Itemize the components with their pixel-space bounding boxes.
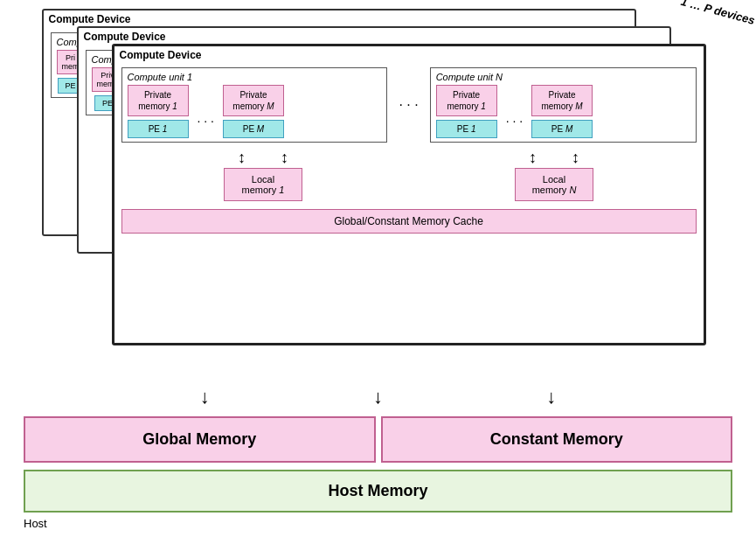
- main-container: 1 … P devices Compute Device Compute uni…: [0, 0, 756, 551]
- host-label: Host: [24, 517, 732, 530]
- dots-pe-n: · · ·: [503, 114, 526, 128]
- arrow-down-1: ↓: [200, 386, 210, 408]
- bottom-memory-row: Global Memory Constant Memory: [24, 416, 732, 463]
- dots-pe-1: · · ·: [194, 114, 218, 128]
- pe-1-m: PE M: [223, 120, 284, 138]
- host-memory-box: Host Memory: [24, 470, 732, 513]
- device-label-front: Compute Device: [114, 46, 704, 64]
- pe-priv-front-1: Privatememory 1 PE 1 · · · Privatememory…: [128, 85, 382, 138]
- local-mem-n: Localmemory N: [515, 168, 593, 201]
- pe-col-n-1: Privatememory 1 PE 1: [436, 85, 497, 138]
- arrow-up-1-1: ↕: [238, 150, 246, 165]
- arrow-up-n-m: ↕: [572, 150, 579, 165]
- private-mem-n-1: Privatememory 1: [436, 85, 497, 116]
- cu-front-1-label: Compute unit 1: [128, 72, 382, 82]
- cun-arrows-up: ↕ ↕: [529, 150, 579, 165]
- private-mem-n-m: Privatememory M: [531, 85, 593, 116]
- cu-front-n-label: Compute unit N: [436, 72, 690, 82]
- arrow-down-3: ↓: [546, 386, 556, 408]
- cu1-arrows-up: ↕ ↕: [238, 150, 288, 165]
- private-mem-1-m: Privatememory M: [223, 85, 284, 116]
- down-arrows-row: ↓ ↓ ↓: [13, 385, 743, 409]
- pe-col-1-m: Privatememory M PE M: [223, 85, 284, 138]
- cu1-local-section: ↕ ↕ Localmemory 1: [224, 150, 302, 201]
- cu-front-1: Compute unit 1 Privatememory 1 PE 1 · · …: [121, 67, 388, 143]
- dots-cu-front: · · ·: [394, 97, 422, 113]
- pe-col-1-1: Privatememory 1 PE 1: [128, 85, 189, 138]
- cu-front-n: Compute unit N Privatememory 1 PE 1 · · …: [430, 67, 697, 143]
- pe-n-m: PE M: [531, 120, 593, 138]
- pe-1-1: PE 1: [128, 120, 189, 138]
- pe-col-n-m: Privatememory M PE M: [531, 85, 593, 138]
- device-layer-front: Compute Device Compute unit 1 Privatemem…: [112, 44, 706, 345]
- arrow-down-2: ↓: [373, 386, 383, 408]
- private-mem-1-1: Privatememory 1: [128, 85, 189, 116]
- device-label-back: Compute Device: [44, 10, 635, 28]
- local-mem-1: Localmemory 1: [224, 168, 302, 201]
- compute-units-front-row: Compute unit 1 Privatememory 1 PE 1 · · …: [114, 64, 704, 146]
- device-label-mid: Compute Device: [79, 28, 669, 45]
- local-arrows-row: ↕ ↕ Localmemory 1 ↕ ↕ Localmemory N: [114, 146, 704, 205]
- cun-local-section: ↕ ↕ Localmemory N: [515, 150, 593, 201]
- pe-priv-front-n: Privatememory 1 PE 1 · · · Privatememory…: [436, 85, 690, 138]
- global-memory-box: Global Memory: [24, 416, 376, 463]
- device-stack: Compute Device Compute unit 1 Primem PE …: [24, 9, 732, 385]
- arrow-up-1-m: ↕: [281, 150, 288, 165]
- arrow-up-n-1: ↕: [529, 150, 537, 165]
- pe-n-1: PE 1: [436, 120, 497, 138]
- cache-bar: Global/Constant Memory Cache: [121, 209, 697, 234]
- constant-memory-box: Constant Memory: [381, 416, 733, 463]
